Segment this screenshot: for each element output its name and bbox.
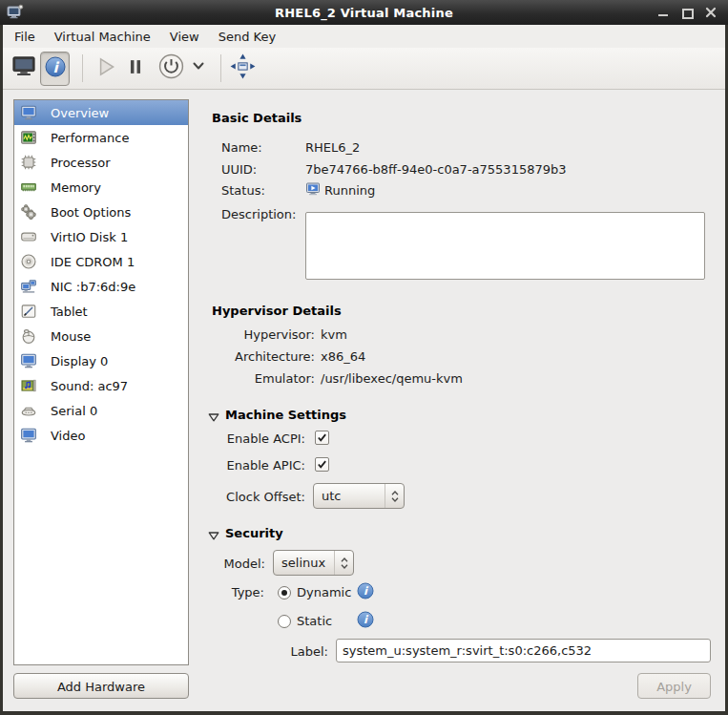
status-value: Running xyxy=(324,183,375,198)
uuid-value: 7be74766-b8ff-94e0-c0a7-a755315879b3 xyxy=(305,162,567,177)
combo-arrows-icon xyxy=(385,484,404,508)
pause-icon xyxy=(125,56,146,81)
sidebar-item-label: Processor xyxy=(51,156,111,170)
toolbar: i xyxy=(3,48,725,90)
toolbar-separator xyxy=(82,54,83,82)
ram-icon xyxy=(20,179,37,196)
status-label: Status: xyxy=(221,183,265,198)
sidebar-item-label: Performance xyxy=(51,131,129,145)
sidebar-item-nic[interactable]: NIC :b7:6d:9e xyxy=(14,274,188,299)
window-title: RHEL6_2 Virtual Machine xyxy=(0,6,728,20)
run-button[interactable] xyxy=(93,55,119,82)
sidebar-item-memory[interactable]: Memory xyxy=(14,175,188,200)
menu-virtual-machine[interactable]: Virtual Machine xyxy=(45,27,160,47)
hypervisor-details-heading: Hypervisor Details xyxy=(212,304,342,318)
clock-offset-select[interactable]: utc xyxy=(313,483,405,509)
console-icon xyxy=(11,55,36,82)
enable-apic-label: Enable APIC: xyxy=(175,458,305,473)
running-monitor-icon xyxy=(305,181,321,197)
hypervisor-label: Hypervisor: xyxy=(184,327,315,342)
dynamic-info-icon[interactable]: i xyxy=(357,582,374,599)
security-model-select[interactable]: selinux xyxy=(273,550,354,576)
menu-view[interactable]: View xyxy=(160,27,209,47)
sidebar-item-label: Video xyxy=(51,429,85,443)
virtual-machine-window: RHEL6_2 Virtual Machine File Virtual Mac… xyxy=(0,0,728,715)
sidebar-item-label: Display 0 xyxy=(51,354,108,368)
sidebar-item-label: Overview xyxy=(51,106,109,120)
clock-offset-label: Clock Offset: xyxy=(175,490,305,504)
emulator-value: /usr/libexec/qemu-kvm xyxy=(321,371,463,386)
security-model-value: selinux xyxy=(274,556,334,570)
sidebar-item-processor[interactable]: Processor xyxy=(14,150,188,175)
sidebar-item-label: Serial 0 xyxy=(51,404,97,418)
check-icon xyxy=(317,432,327,443)
sidebar-item-mouse[interactable]: Mouse xyxy=(14,324,188,348)
sidebar-item-overview[interactable]: Overview xyxy=(14,100,188,125)
maximize-icon[interactable] xyxy=(681,7,693,18)
tablet-icon xyxy=(20,303,37,320)
emulator-label: Emulator: xyxy=(184,371,315,386)
sidebar-item-boot-options[interactable]: Boot Options xyxy=(14,200,188,224)
uuid-label: UUID: xyxy=(221,162,257,177)
display-icon xyxy=(20,352,37,369)
sidebar-item-display[interactable]: Display 0 xyxy=(14,348,188,373)
shutdown-menu-button[interactable] xyxy=(190,59,207,76)
static-radio[interactable] xyxy=(278,615,291,628)
label-label: Label: xyxy=(251,644,328,659)
type-label: Type: xyxy=(194,585,264,599)
chevron-down-icon xyxy=(191,58,206,77)
menu-send-key[interactable]: Send Key xyxy=(209,27,285,47)
menubar: File Virtual Machine View Send Key xyxy=(3,25,725,48)
enable-apic-checkbox[interactable] xyxy=(315,457,329,472)
architecture-value: x86_64 xyxy=(321,349,365,364)
model-label: Model: xyxy=(194,557,265,571)
name-label: Name: xyxy=(221,140,262,155)
sidebar-item-sound[interactable]: Sound: ac97 xyxy=(14,373,188,398)
network-icon xyxy=(20,278,37,295)
shutdown-icon xyxy=(157,53,185,84)
cpu-icon xyxy=(20,154,37,171)
sidebar-item-tablet[interactable]: Tablet xyxy=(14,299,188,324)
enable-acpi-checkbox[interactable] xyxy=(315,431,329,445)
fullscreen-button[interactable] xyxy=(228,53,257,82)
monitor-icon xyxy=(20,104,37,121)
mouse-icon xyxy=(20,327,37,345)
shutdown-button[interactable] xyxy=(156,53,185,82)
security-expander-icon[interactable] xyxy=(207,528,220,541)
static-info-icon[interactable]: i xyxy=(357,611,374,628)
titlebar[interactable]: RHEL6_2 Virtual Machine xyxy=(0,0,728,25)
details-button[interactable]: i xyxy=(40,52,70,86)
static-label: Static xyxy=(297,614,332,628)
security-heading: Security xyxy=(225,526,283,540)
security-label-field[interactable] xyxy=(336,639,711,662)
pause-button[interactable] xyxy=(124,57,147,80)
sidebar-item-ide-cdrom[interactable]: IDE CDROM 1 xyxy=(14,249,188,274)
dynamic-radio[interactable] xyxy=(278,586,291,599)
basic-details-heading: Basic Details xyxy=(212,111,302,125)
sidebar-item-performance[interactable]: Performance xyxy=(14,125,188,150)
sidebar-item-virtio-disk[interactable]: VirtIO Disk 1 xyxy=(14,224,188,249)
machine-settings-expander-icon[interactable] xyxy=(207,410,220,423)
sidebar-item-label: Memory xyxy=(51,180,101,195)
disk-icon xyxy=(20,228,37,245)
menu-file[interactable]: File xyxy=(5,27,45,47)
sidebar-item-label: Mouse xyxy=(51,329,91,344)
minimize-icon[interactable] xyxy=(657,7,669,18)
architecture-label: Architecture: xyxy=(184,349,315,364)
check-icon xyxy=(317,459,327,470)
window-body: File Virtual Machine View Send Key i xyxy=(3,25,725,711)
sidebar-item-label: Boot Options xyxy=(51,205,131,220)
sidebar-item-serial[interactable]: Serial 0 xyxy=(14,398,188,423)
close-icon[interactable] xyxy=(705,7,717,18)
add-hardware-button[interactable]: Add Hardware xyxy=(13,673,189,699)
sidebar-item-label: Tablet xyxy=(51,305,88,319)
machine-settings-heading: Machine Settings xyxy=(225,408,346,422)
details-info-icon: i xyxy=(44,55,67,82)
console-button[interactable] xyxy=(11,56,36,81)
sidebar-item-video[interactable]: Video xyxy=(14,423,188,448)
gears-icon xyxy=(20,203,37,221)
description-field[interactable] xyxy=(305,212,705,280)
serial-port-icon xyxy=(20,402,37,419)
apply-button[interactable]: Apply xyxy=(637,673,711,699)
enable-acpi-label: Enable ACPI: xyxy=(175,431,305,446)
